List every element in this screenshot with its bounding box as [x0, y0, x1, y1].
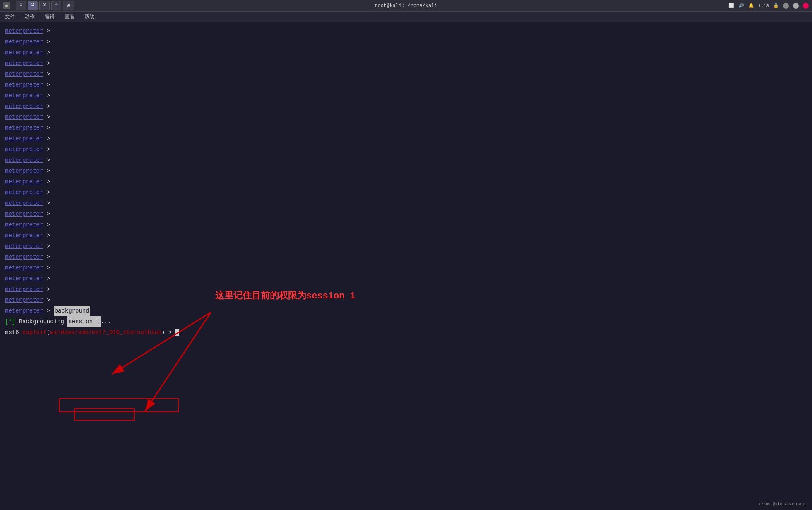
menu-file[interactable]: 文件 [3, 12, 17, 21]
watermark: CSDN @theRavensea [759, 502, 805, 507]
clock: 1:18 [758, 3, 769, 8]
term-line-22: meterpreter > [5, 219, 807, 230]
term-line-12: meterpreter > [5, 112, 807, 123]
tab-new[interactable]: ⊕ [63, 1, 74, 10]
tab-4[interactable]: 4 [51, 1, 62, 10]
term-line-21: meterpreter > [5, 209, 807, 219]
menu-view[interactable]: 查看 [63, 12, 76, 21]
session-highlight: session 1 [67, 316, 101, 327]
term-line-17: meterpreter > [5, 166, 807, 176]
tab-3[interactable]: 3 [39, 1, 50, 10]
term-line-8: meterpreter > [5, 79, 807, 90]
term-line-16: meterpreter > [5, 155, 807, 166]
titlebar: ▣ 1 2 3 4 ⊕ root@kali: /home/kali ⬜ 🔊 🔔 … [0, 0, 812, 12]
menu-help[interactable]: 帮助 [83, 12, 96, 21]
lock-icon: 🔒 [773, 3, 779, 8]
menu-action[interactable]: 动作 [23, 12, 36, 21]
monitor-icon: ⬜ [728, 3, 734, 8]
term-line-7: meterpreter > [5, 69, 807, 79]
tab-2[interactable]: 2 [28, 1, 38, 10]
terminal-icon: ▣ [3, 2, 10, 9]
term-line-24: meterpreter > [5, 241, 807, 252]
term-line-26: meterpreter > [5, 262, 807, 273]
minimize-button[interactable] [783, 3, 789, 9]
cmd-background: background [54, 306, 90, 316]
term-line-13: meterpreter > [5, 123, 807, 133]
term-backgrounding: [*] Backgrounding session 1... [5, 316, 807, 327]
term-line-3: meterpreter > [5, 36, 807, 47]
terminal-cursor [175, 329, 179, 336]
term-line-20: meterpreter > [5, 198, 807, 209]
term-line-15: meterpreter > [5, 144, 807, 155]
titlebar-left: ▣ 1 2 3 4 ⊕ [3, 1, 74, 10]
term-line-11: meterpreter > [5, 101, 807, 112]
term-line-6: meterpreter > [5, 58, 807, 69]
term-line-28: meterpreter > [5, 284, 807, 295]
term-line-27: meterpreter > [5, 273, 807, 284]
term-line-23: meterpreter > [5, 230, 807, 241]
term-line-5: meterpreter > [5, 47, 807, 58]
titlebar-title: root@kali: /home/kali [375, 3, 437, 9]
maximize-button[interactable] [793, 3, 799, 9]
term-cmd-background: meterpreter > background [5, 306, 807, 316]
bell-icon: 🔔 [748, 3, 754, 8]
terminal[interactable]: meterpreter > meterpreter > meterpreter … [0, 22, 812, 510]
menu-edit[interactable]: 编辑 [43, 12, 56, 21]
tab-1[interactable]: 1 [16, 1, 26, 10]
term-line-19: meterpreter > [5, 187, 807, 198]
titlebar-right: ⬜ 🔊 🔔 1:18 🔒 [728, 3, 809, 9]
term-line-10: meterpreter > [5, 90, 807, 101]
term-line-1: meterpreter > [5, 26, 807, 36]
term-line-14: meterpreter > [5, 133, 807, 144]
close-button[interactable] [803, 3, 809, 9]
term-line-25: meterpreter > [5, 252, 807, 262]
term-msf-prompt: msf6 exploit(windows/smb/ms17_010_eterna… [5, 327, 807, 338]
menubar: 文件 动作 编辑 查看 帮助 [0, 12, 812, 22]
volume-icon: 🔊 [738, 3, 744, 8]
titlebar-tabs: 1 2 3 4 ⊕ [16, 1, 74, 10]
term-line-18: meterpreter > [5, 176, 807, 187]
term-line-29: meterpreter > [5, 295, 807, 306]
